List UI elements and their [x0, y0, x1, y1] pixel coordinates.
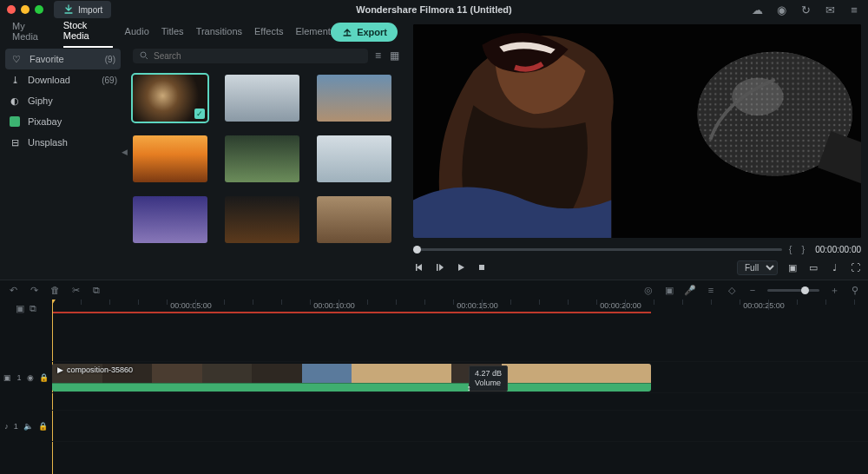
- clip-name: composition-35860: [67, 365, 133, 374]
- lock-icon[interactable]: 🔒: [38, 422, 48, 431]
- snapshot-icon[interactable]: ▣: [786, 261, 799, 273]
- media-thumb[interactable]: ✓: [133, 75, 207, 122]
- cloud-icon[interactable]: ☁: [750, 3, 764, 16]
- timeline-ruler[interactable]: 00:00:05:00 00:00:10:00 00:00:15:00 00:0…: [52, 300, 868, 317]
- volume-cursor-icon[interactable]: ↕: [467, 384, 471, 392]
- volume-db: 4.27 dB: [475, 369, 502, 379]
- tab-titles[interactable]: Titles: [161, 26, 184, 42]
- zoom-in-icon[interactable]: ＋: [828, 284, 840, 296]
- tab-audio[interactable]: Audio: [125, 26, 149, 42]
- zoom-out-icon[interactable]: −: [746, 284, 759, 296]
- visibility-icon[interactable]: ◉: [27, 373, 34, 382]
- marker-icon[interactable]: ◇: [726, 284, 738, 296]
- tab-elements[interactable]: Elements: [295, 26, 335, 42]
- sidebar-item-favorite[interactable]: ♡ Favorite (9): [5, 49, 121, 69]
- collapse-sidebar-icon[interactable]: ◀: [122, 148, 128, 156]
- audio-track[interactable]: [52, 411, 868, 442]
- window-title: Wondershare Filmora 11 (Untitled): [356, 4, 512, 15]
- timeline-tracks-area[interactable]: 00:00:05:00 00:00:10:00 00:00:15:00 00:0…: [52, 300, 868, 474]
- giphy-icon: ◐: [9, 95, 21, 107]
- edit-mode-icon[interactable]: ▣: [16, 303, 24, 314]
- close-window-button[interactable]: [7, 5, 16, 14]
- media-thumb[interactable]: [225, 75, 299, 122]
- voiceover-icon[interactable]: 🎤: [684, 284, 696, 296]
- media-thumb[interactable]: [133, 135, 207, 182]
- sidebar-item-unsplash[interactable]: ⊟ Unsplash: [0, 132, 126, 153]
- svg-rect-8: [416, 264, 418, 271]
- title-right-icons: ☁ ◉ ↻ ✉ ≡: [750, 3, 861, 16]
- video-track[interactable]: ▶ composition-35860 4.27 dB Volume: [52, 362, 868, 393]
- svg-point-6: [732, 77, 784, 115]
- split-icon[interactable]: ✂: [69, 284, 82, 296]
- preview-scrub-track[interactable]: [413, 248, 782, 251]
- media-tabs: My Media Stock Media Audio Titles Transi…: [0, 19, 408, 43]
- preview-panel: { } 00:00:00:00 Full ▣ ▭ ♩ ⛶: [408, 19, 868, 280]
- clip-audio-lane[interactable]: [52, 383, 651, 392]
- spacer-track: [52, 317, 868, 362]
- refresh-icon[interactable]: ↻: [799, 3, 812, 16]
- play-button[interactable]: [455, 261, 467, 273]
- media-thumb[interactable]: [225, 135, 299, 182]
- tab-my-media[interactable]: My Media: [12, 21, 51, 47]
- thumb-area: ≡ ▦ ✓: [126, 43, 408, 280]
- preview-viewport[interactable]: [413, 24, 861, 238]
- grid-view-icon[interactable]: ▦: [388, 48, 401, 63]
- timeline-clip[interactable]: ▶ composition-35860 4.27 dB Volume: [52, 364, 651, 392]
- window-controls: [7, 5, 43, 14]
- ruler-label: 00:00:15:00: [457, 301, 498, 310]
- record-icon[interactable]: ▣: [663, 284, 675, 296]
- tab-transitions[interactable]: Transitions: [196, 26, 242, 42]
- prev-frame-button[interactable]: [413, 261, 425, 273]
- stop-button[interactable]: [476, 261, 488, 273]
- redo-icon[interactable]: ↷: [28, 284, 40, 296]
- marker-tool-icon[interactable]: ◎: [642, 284, 654, 296]
- sidebar-item-download[interactable]: ⤓ Download (69): [0, 69, 126, 90]
- audio-track-header[interactable]: ♪1 🔈 🔒: [0, 411, 52, 442]
- sidebar-item-count: (69): [102, 76, 117, 85]
- tab-stock-media[interactable]: Stock Media: [63, 20, 113, 48]
- ruler-label: 00:00:25:00: [743, 301, 785, 310]
- sidebar-item-label: Favorite: [30, 54, 64, 64]
- mixer-icon[interactable]: ≡: [705, 284, 717, 296]
- import-button[interactable]: Import: [54, 1, 111, 18]
- minimize-window-button[interactable]: [21, 5, 30, 14]
- audio-level-icon[interactable]: ♩: [828, 261, 840, 273]
- sidebar-item-giphy[interactable]: ◐ Giphy: [0, 90, 126, 111]
- preview-range-markers[interactable]: { }: [789, 244, 808, 254]
- undo-icon[interactable]: ↶: [7, 284, 19, 296]
- search-input[interactable]: [154, 51, 361, 61]
- tab-effects[interactable]: Effects: [254, 26, 283, 42]
- menu-icon[interactable]: ≡: [847, 3, 861, 16]
- search-input-wrap[interactable]: [133, 49, 368, 63]
- sort-icon[interactable]: ≡: [373, 48, 383, 63]
- media-thumb[interactable]: [317, 75, 391, 122]
- crop-icon[interactable]: ⧉: [90, 284, 102, 296]
- audio-track-icon: ♪: [4, 422, 9, 431]
- media-thumb[interactable]: [225, 196, 299, 243]
- media-thumb[interactable]: [133, 196, 207, 243]
- lock-icon[interactable]: 🔒: [39, 373, 49, 382]
- unsplash-icon: ⊟: [9, 136, 21, 148]
- preview-quality-select[interactable]: Full: [737, 260, 778, 275]
- export-button[interactable]: Export: [331, 23, 398, 42]
- account-icon[interactable]: ◉: [774, 3, 788, 16]
- video-track-header[interactable]: ▣1 ◉ 🔒: [0, 362, 52, 393]
- step-back-button[interactable]: [434, 261, 446, 273]
- media-thumb[interactable]: [317, 135, 391, 182]
- link-icon[interactable]: ⧉: [30, 303, 36, 314]
- zoom-fit-icon[interactable]: ⚲: [849, 284, 861, 296]
- fullscreen-icon[interactable]: ⛶: [849, 261, 861, 273]
- sidebar-item-pixabay[interactable]: Pixabay: [0, 111, 126, 132]
- preview-scrub: { } 00:00:00:00: [413, 241, 861, 257]
- media-thumb[interactable]: [317, 196, 391, 243]
- zoom-slider[interactable]: [767, 289, 819, 292]
- gap-track: [52, 393, 868, 411]
- video-track-icon: ▣: [3, 373, 11, 382]
- maximize-window-button[interactable]: [35, 5, 43, 14]
- message-icon[interactable]: ✉: [823, 3, 837, 16]
- mute-icon[interactable]: 🔈: [23, 422, 33, 431]
- timeline-panel: ↶ ↷ 🗑 ✂ ⧉ ◎ ▣ 🎤 ≡ ◇ − ＋ ⚲ ▣ ⧉ ▣1 ◉ 🔒: [0, 280, 868, 474]
- display-icon[interactable]: ▭: [807, 261, 819, 273]
- preview-scrub-head[interactable]: [413, 246, 421, 253]
- delete-icon[interactable]: 🗑: [49, 284, 61, 296]
